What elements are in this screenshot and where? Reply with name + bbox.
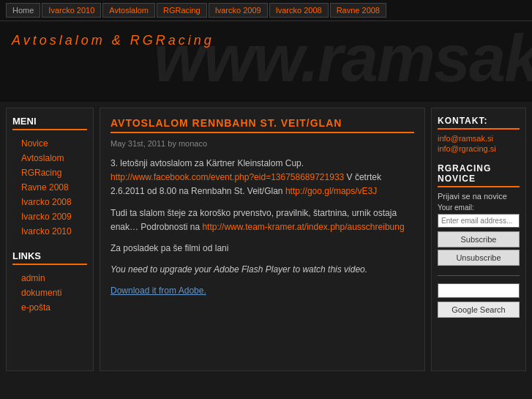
nav-ivarcko2010[interactable]: Ivarcko 2010 — [42, 3, 101, 18]
article-paragraph-1: 3. letošnji avtoslalom za Kärtner Kleins… — [110, 157, 414, 199]
nav-rgracing[interactable]: RGRacing — [157, 3, 207, 18]
article-link-kramer[interactable]: http://www.team-kramer.at/index.php/auss… — [202, 222, 404, 232]
menu-item-ravne2008[interactable]: Ravne 2008 — [12, 180, 87, 195]
unsubscribe-button[interactable]: Unsubscribe — [438, 250, 520, 266]
link-eposta[interactable]: e-pošta — [12, 300, 87, 315]
nav-ivarcko2008[interactable]: Ivarcko 2008 — [269, 3, 329, 18]
contact-email1[interactable]: info@ramsak.si — [438, 134, 520, 143]
article-link-facebook[interactable]: http://www.facebook.com/event.php?eid=13… — [110, 172, 344, 182]
article-link-maps[interactable]: http://goo.gl/maps/vE3J — [285, 186, 377, 196]
menu-item-rgracing[interactable]: RGRacing — [12, 165, 87, 180]
menu-item-ivarcko2008[interactable]: Ivarcko 2008 — [12, 195, 87, 209]
menu-title: MENI — [12, 116, 87, 130]
links-title: LINKS — [12, 250, 87, 265]
main-content: AVTOSLALOM RENNBAHN ST. VEIT/GLAN May 31… — [100, 108, 425, 371]
flash-notice: You need to upgrade your Adobe Flash Pla… — [110, 263, 414, 277]
novice-title: RGRACING NOVICE — [438, 163, 520, 187]
right-sidebar: KONTAKT: info@ramsak.si info@rgracing.si… — [431, 108, 526, 371]
left-sidebar: MENI Novice Avtoslalom RGRacing Ravne 20… — [6, 108, 94, 371]
article-body: 3. letošnji avtoslalom za Kärtner Kleins… — [110, 157, 414, 299]
email-input[interactable] — [438, 214, 520, 228]
link-admin[interactable]: admin — [12, 271, 87, 286]
nav-ravne2008[interactable]: Ravne 2008 — [330, 3, 386, 18]
contact-info: info@ramsak.si info@rgracing.si — [438, 134, 520, 153]
nav-home[interactable]: Home — [6, 3, 40, 18]
menu-item-ivarcko2009[interactable]: Ivarcko 2009 — [12, 209, 87, 224]
header-banner: www.ramsak Avtoslalom & RGRacing — [0, 21, 532, 102]
search-input[interactable] — [438, 283, 520, 298]
nav-ivarcko2009[interactable]: Ivarcko 2009 — [209, 3, 268, 18]
main-layout: MENI Novice Avtoslalom RGRacing Ravne 20… — [6, 108, 526, 371]
article-paragraph-3: Za posladek pa še filmi od lani — [110, 242, 414, 256]
top-navigation: Home Ivarcko 2010 Avtoslalom RGRacing Iv… — [0, 0, 532, 21]
email-label: Your email: — [438, 204, 520, 212]
header-subtitle: Avtoslalom & RGRacing — [12, 33, 520, 48]
prijava-label: Prijavi se na novice — [438, 192, 520, 201]
download-adobe-link[interactable]: Download it from Adobe. — [110, 286, 206, 296]
article-meta: May 31st, 2011 by monaco — [110, 139, 414, 148]
menu-item-novice[interactable]: Novice — [12, 136, 87, 151]
contact-title: KONTAKT: — [438, 116, 520, 130]
menu-item-avtoslalom[interactable]: Avtoslalom — [12, 151, 87, 165]
menu-item-ivarcko2010[interactable]: Ivarcko 2010 — [12, 224, 87, 239]
subscribe-button[interactable]: Subscribe — [438, 231, 520, 247]
google-search-button[interactable]: Google Search — [438, 302, 520, 318]
contact-email2[interactable]: info@rgracing.si — [438, 144, 520, 153]
article-title: AVTOSLALOM RENNBAHN ST. VEIT/GLAN — [110, 117, 414, 133]
link-dokumenti[interactable]: dokumenti — [12, 286, 87, 300]
sidebar-divider — [438, 275, 520, 276]
links-menu: admin dokumenti e-pošta — [12, 271, 87, 315]
header-subtitle-text: Avtoslalom & RGRacing — [12, 33, 214, 48]
article-paragraph-2: Tudi ta slalom šteje za koroško prvenstv… — [110, 206, 414, 234]
nav-avtoslalom[interactable]: Avtoslalom — [102, 3, 155, 18]
main-menu: Novice Avtoslalom RGRacing Ravne 2008 Iv… — [12, 136, 87, 239]
flash-download: Download it from Adobe. — [110, 284, 414, 298]
